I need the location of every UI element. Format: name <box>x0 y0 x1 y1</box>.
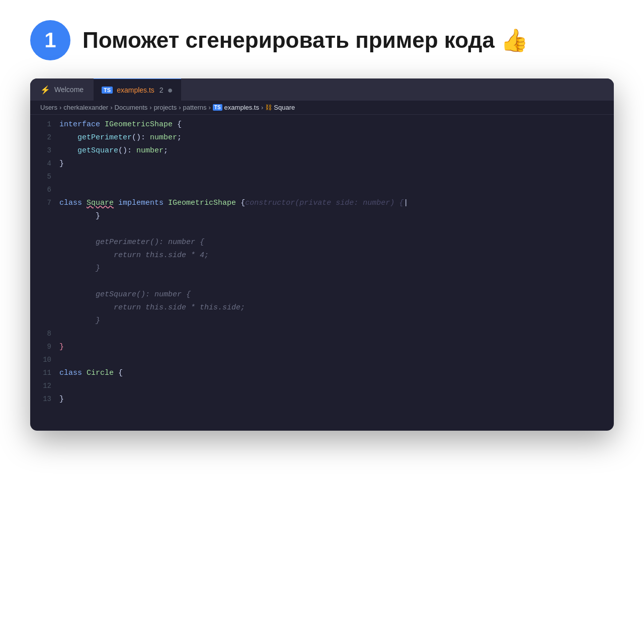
tab-welcome[interactable]: ⚡ Welcome <box>30 78 94 101</box>
code-line-12: 12 <box>30 380 614 393</box>
bc-class-name: Square <box>274 104 295 111</box>
ts-badge: TS <box>102 87 113 94</box>
line-content-13: } <box>59 393 614 406</box>
line-content-9: } <box>59 341 614 353</box>
tab-unsaved-dot: ● <box>168 86 173 95</box>
line-num-10: 10 <box>30 354 59 365</box>
line-content-return-perimeter: return this.side * 4; <box>59 250 614 262</box>
bc-sep3: › <box>149 104 151 111</box>
bc-filename: examples.ts <box>224 104 259 111</box>
line-content-8 <box>59 328 614 340</box>
line-content-empty-b <box>59 223 614 235</box>
code-line-8: 8 <box>30 328 614 341</box>
page-header: 1 Поможет сгенерировать пример кода 👍 <box>30 20 614 60</box>
bc-cherkalexander: cherkalexander <box>63 104 108 111</box>
line-content-12 <box>59 380 614 392</box>
welcome-tab-label: Welcome <box>54 86 84 94</box>
line-content-2: getPerimeter(): number; <box>59 132 614 144</box>
line-content-11: class Circle { <box>59 367 614 379</box>
bc-sep5: › <box>208 104 210 111</box>
step-badge: 1 <box>30 20 70 60</box>
code-line-4: 4 } <box>30 158 614 171</box>
bc-sep6: › <box>261 104 263 111</box>
line-num-11: 11 <box>30 367 59 378</box>
line-num-3: 3 <box>30 145 59 156</box>
bc-patterns: patterns <box>183 104 207 111</box>
code-line-1: 1 interface IGeometricShape { <box>30 119 614 132</box>
bc-ts-badge: TS <box>213 104 222 111</box>
line-content-constructor-close: } <box>59 210 614 222</box>
line-content-return-square: return this.side * this.side; <box>59 302 614 314</box>
code-line-9: 9 } <box>30 341 614 354</box>
line-num-13: 13 <box>30 393 59 405</box>
line-num-8: 8 <box>30 328 59 339</box>
line-content-empty-f <box>59 276 614 288</box>
line-num-7: 7 <box>30 197 59 208</box>
line-num-12: 12 <box>30 380 59 391</box>
line-content-5 <box>59 171 614 183</box>
tab-number: 2 <box>159 86 164 94</box>
editor-window: ⚡ Welcome TS examples.ts 2 ● Users › che… <box>30 78 614 431</box>
code-line-11: 11 class Circle { <box>30 367 614 380</box>
line-num-9: 9 <box>30 341 59 352</box>
code-editor[interactable]: 1 interface IGeometricShape { 2 getPerim… <box>30 115 614 431</box>
line-num-1: 1 <box>30 119 59 130</box>
code-line-3: 3 getSquare(): number; <box>30 145 614 158</box>
bc-sep1: › <box>59 104 61 111</box>
page-title: Поможет сгенерировать пример кода 👍 <box>83 27 528 54</box>
bc-projects: projects <box>154 104 177 111</box>
breadcrumb: Users › cherkalexander › Documents › pro… <box>30 101 614 115</box>
code-line-close-square: } <box>30 315 614 328</box>
tab-filename: examples.ts <box>117 86 154 94</box>
bc-sep4: › <box>179 104 181 111</box>
line-content-close-square: } <box>59 315 614 327</box>
line-content-6 <box>59 184 614 196</box>
code-line-6: 6 <box>30 184 614 197</box>
bc-users: Users <box>40 104 57 111</box>
line-num-6: 6 <box>30 184 59 195</box>
line-content-7: class Square implements IGeometricShape … <box>59 197 614 209</box>
bc-sep2: › <box>110 104 112 111</box>
line-content-getSquare: getSquare(): number { <box>59 289 614 301</box>
code-line-return-square: return this.side * this.side; <box>30 302 614 315</box>
code-line-10: 10 <box>30 354 614 367</box>
line-content-10 <box>59 354 614 366</box>
code-line-7: 7 class Square implements IGeometricShap… <box>30 197 614 210</box>
line-content-3: getSquare(): number; <box>59 145 614 157</box>
line-content-1: interface IGeometricShape { <box>59 119 614 131</box>
tab-examples[interactable]: TS examples.ts 2 ● <box>94 78 181 101</box>
line-content-getPerimeter: getPerimeter(): number { <box>59 236 614 249</box>
vscode-icon: ⚡ <box>40 85 50 95</box>
code-line-constructor-close: } <box>30 210 614 223</box>
code-line-2: 2 getPerimeter(): number; <box>30 132 614 145</box>
line-content-4: } <box>59 158 614 170</box>
code-line-empty-b <box>30 223 614 236</box>
tab-bar: ⚡ Welcome TS examples.ts 2 ● <box>30 78 614 101</box>
code-line-13: 13 } <box>30 393 614 407</box>
line-content-close-perimeter: } <box>59 263 614 275</box>
bc-documents: Documents <box>115 104 148 111</box>
line-num-4: 4 <box>30 158 59 169</box>
code-line-close-perimeter: } <box>30 263 614 276</box>
step-number: 1 <box>44 28 56 52</box>
line-num-5: 5 <box>30 171 59 182</box>
line-num-2: 2 <box>30 132 59 143</box>
code-line-return-perimeter: return this.side * 4; <box>30 250 614 263</box>
code-line-getSquare: getSquare(): number { <box>30 289 614 302</box>
code-line-getPerimeter: getPerimeter(): number { <box>30 236 614 250</box>
code-line-5: 5 <box>30 171 614 184</box>
code-line-empty-f <box>30 276 614 289</box>
bc-class-icon: ⛓ <box>265 104 272 111</box>
